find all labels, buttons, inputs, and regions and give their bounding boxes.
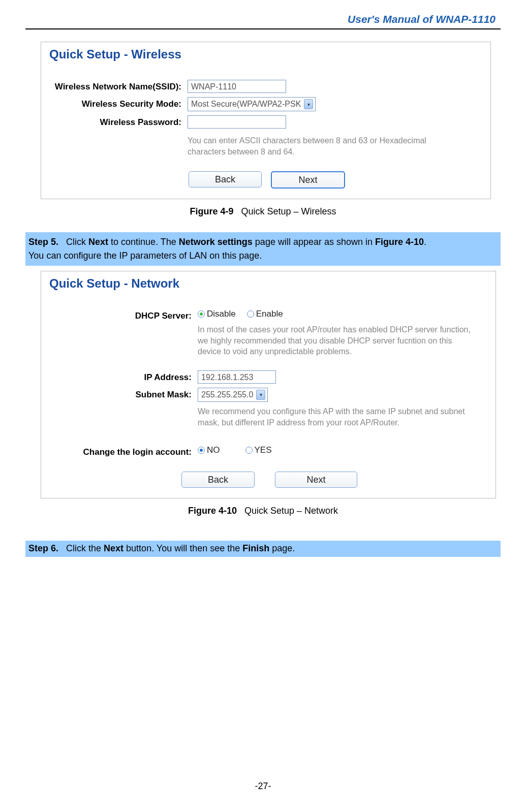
login-yes-label: YES <box>255 445 272 455</box>
next-button[interactable]: Next <box>271 171 345 189</box>
dhcp-disable-label: Disable <box>207 309 236 319</box>
ip-address-label: IP Address: <box>48 370 198 383</box>
page-number: -27- <box>0 781 526 792</box>
step-5-line2: You can configure the IP parameters of L… <box>28 251 262 261</box>
back-button[interactable]: Back <box>189 171 262 188</box>
login-account-label: Change the login account: <box>48 445 198 457</box>
login-no-radio[interactable] <box>198 447 205 454</box>
figure-10-caption-bold: Figure 4-10 <box>188 506 237 516</box>
password-label: Wireless Password: <box>48 115 188 128</box>
chevron-down-icon: ▾ <box>256 390 265 400</box>
dhcp-disable-radio[interactable] <box>198 310 205 318</box>
password-input[interactable] <box>188 115 286 129</box>
login-yes-radio[interactable] <box>245 447 253 454</box>
subnet-mask-label: Subnet Mask: <box>48 388 198 400</box>
dhcp-enable-label: Enable <box>256 309 283 319</box>
ip-address-input[interactable]: 192.168.1.253 <box>198 370 276 384</box>
figure-10-caption: Figure 4-10 Quick Setup – Network <box>25 506 501 516</box>
chevron-down-icon: ▾ <box>304 99 313 109</box>
header-rule <box>25 28 501 29</box>
dhcp-enable-radio[interactable] <box>247 310 254 318</box>
password-hint: You can enter ASCII characters between 8… <box>188 134 462 157</box>
back-button[interactable]: Back <box>181 472 255 488</box>
dhcp-hint: In most of the cases your root AP/router… <box>198 323 472 357</box>
figure-10-caption-text: Quick Setup – Network <box>244 506 338 516</box>
subnet-mask-value: 255.255.255.0 <box>201 390 253 399</box>
ip-hint: We recommend you configure this AP with … <box>198 405 472 428</box>
step-6-block: Step 6. Click the Next button. You will … <box>25 541 501 556</box>
figure-network-box: Quick Setup - Network DHCP Server: Disab… <box>41 271 496 498</box>
panel-title-network: Quick Setup - Network <box>48 274 490 309</box>
ssid-input[interactable]: WNAP-1110 <box>188 80 286 93</box>
dhcp-label: DHCP Server: <box>48 309 198 321</box>
login-no-label: NO <box>207 445 220 455</box>
step-5-block: Step 5. Click Next to continue. The Netw… <box>25 232 501 266</box>
step-5-label: Step 5. <box>28 237 58 247</box>
ssid-label: Wireless Network Name(SSID): <box>48 80 188 92</box>
step-6-label: Step 6. <box>28 543 58 553</box>
figure-9-caption-bold: Figure 4-9 <box>190 206 233 216</box>
security-mode-select[interactable]: Most Secure(WPA/WPA2-PSK ▾ <box>188 97 316 111</box>
subnet-mask-select[interactable]: 255.255.255.0 ▾ <box>198 388 268 402</box>
header-title: User's Manual of WNAP-1110 <box>25 10 501 25</box>
figure-9-caption-text: Quick Setup – Wireless <box>241 206 336 216</box>
security-mode-label: Wireless Security Mode: <box>48 97 188 109</box>
next-button[interactable]: Next <box>275 472 357 488</box>
figure-wireless-box: Quick Setup - Wireless Wireless Network … <box>41 42 491 199</box>
panel-title-wireless: Quick Setup - Wireless <box>48 45 485 80</box>
security-mode-value: Most Secure(WPA/WPA2-PSK <box>191 100 301 109</box>
figure-9-caption: Figure 4-9 Quick Setup – Wireless <box>25 206 501 217</box>
